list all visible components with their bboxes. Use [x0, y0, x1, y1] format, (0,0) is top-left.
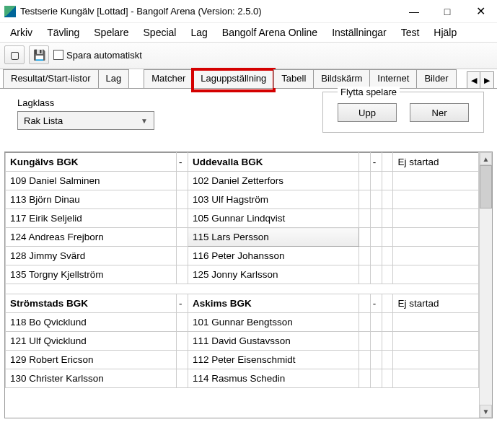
menu-lag[interactable]: Lag: [185, 25, 213, 40]
player-row[interactable]: 117 Eirik Seljelid105 Gunnar Lindqvist: [6, 209, 479, 228]
autosave-toggle[interactable]: Spara automatiskt: [53, 50, 142, 61]
away-player[interactable]: 114 Rasmus Schedin: [188, 369, 359, 388]
chevron-down-icon: ▼: [141, 117, 148, 125]
away-player[interactable]: 105 Gunnar Lindqvist: [188, 209, 359, 228]
tab-resultat[interactable]: Resultat/Start-listor: [3, 69, 99, 88]
tab-internet[interactable]: Internet: [369, 69, 417, 88]
home-player[interactable]: 109 Daniel Salminen: [6, 172, 177, 190]
away-team: Askims BGK: [188, 294, 359, 313]
menu-installningar[interactable]: Inställningar: [326, 25, 392, 40]
player-row[interactable]: 135 Torgny Kjellström125 Jonny Karlsson: [6, 265, 479, 284]
home-player[interactable]: 113 Björn Dinau: [6, 190, 177, 209]
tab-lag[interactable]: Lag: [98, 69, 130, 88]
menu-tavling[interactable]: Tävling: [41, 25, 85, 40]
away-player[interactable]: 115 Lars Persson: [188, 228, 359, 247]
move-up-button[interactable]: Upp: [338, 103, 397, 122]
home-player[interactable]: 118 Bo Qvicklund: [6, 313, 177, 332]
match-header-row[interactable]: Kungälvs BGK-Uddevalla BGK-Ej startad: [6, 153, 479, 172]
crop-icon: ▢: [10, 49, 19, 61]
toolbar-save-button[interactable]: 💾: [29, 45, 49, 64]
home-team: Strömstads BGK: [6, 294, 177, 313]
away-player[interactable]: 125 Jonny Karlsson: [188, 265, 359, 284]
titlebar: Testserie Kungälv [Lottad] - Bangolf Are…: [0, 0, 497, 23]
away-player[interactable]: 102 Daniel Zetterfors: [188, 172, 359, 190]
home-player[interactable]: 121 Ulf Qvicklund: [6, 332, 177, 351]
app-icon: [4, 6, 16, 17]
home-player[interactable]: 130 Christer Karlsson: [6, 369, 177, 388]
tabstrip: Resultat/Start-listor Lag Matcher Lagupp…: [0, 69, 497, 89]
scroll-up-icon[interactable]: ▲: [480, 152, 492, 165]
tab-scroll-right[interactable]: ▶: [480, 72, 493, 88]
move-down-button[interactable]: Ner: [410, 103, 469, 122]
match-header-row[interactable]: Strömstads BGK-Askims BGK-Ej startad: [6, 294, 479, 313]
player-row[interactable]: 109 Daniel Salminen102 Daniel Zetterfors: [6, 172, 479, 190]
tab-bilder[interactable]: Bilder: [416, 69, 456, 88]
lineup-grid-wrap: Kungälvs BGK-Uddevalla BGK-Ej startad109…: [4, 151, 493, 418]
dash: -: [177, 153, 188, 172]
tab-scroll: ◀ ▶: [467, 71, 494, 88]
player-row[interactable]: 118 Bo Qvicklund101 Gunnar Bengtsson: [6, 313, 479, 332]
lagklass-value: Rak Lista: [24, 115, 63, 126]
home-player[interactable]: 135 Torgny Kjellström: [6, 265, 177, 284]
move-fieldset-title: Flytta spelare: [338, 87, 400, 97]
save-icon: 💾: [33, 49, 45, 61]
menubar: Arkiv Tävling Spelare Special Lag Bangol…: [0, 23, 497, 42]
lineup-grid[interactable]: Kungälvs BGK-Uddevalla BGK-Ej startad109…: [5, 152, 479, 418]
home-player[interactable]: 124 Andreas Frejborn: [6, 228, 177, 247]
away-team: Uddevalla BGK: [188, 153, 359, 172]
menu-special[interactable]: Special: [138, 25, 182, 40]
tab-laguppstallning[interactable]: Laguppställning: [193, 69, 274, 88]
scrollbar[interactable]: ▲ ▼: [479, 152, 492, 418]
menu-bangolf-online[interactable]: Bangolf Arena Online: [216, 25, 323, 40]
player-row[interactable]: 130 Christer Karlsson114 Rasmus Schedin: [6, 369, 479, 388]
away-player[interactable]: 111 David Gustavsson: [188, 332, 359, 351]
window-title: Testserie Kungälv [Lottad] - Bangolf Are…: [20, 6, 397, 17]
close-button[interactable]: ✕: [464, 0, 497, 22]
menu-hjalp[interactable]: Hjälp: [428, 25, 462, 40]
match-status: Ej startad: [393, 153, 479, 172]
tab-matcher[interactable]: Matcher: [144, 69, 193, 88]
minimize-button[interactable]: —: [397, 0, 431, 22]
toolbar-crop-button[interactable]: ▢: [4, 45, 25, 64]
tab-tabell[interactable]: Tabell: [273, 69, 314, 88]
away-player[interactable]: 116 Peter Johansson: [188, 247, 359, 265]
lagklass-dropdown[interactable]: Rak Lista ▼: [17, 111, 154, 130]
away-player[interactable]: 112 Peter Eisenschmidt: [188, 351, 359, 369]
autosave-label: Spara automatiskt: [66, 50, 142, 61]
lagklass-label: Lagklass: [17, 97, 154, 108]
match-status: Ej startad: [393, 294, 479, 313]
player-row[interactable]: 113 Björn Dinau103 Ulf Hagström: [6, 190, 479, 209]
away-player[interactable]: 103 Ulf Hagström: [188, 190, 359, 209]
menu-test[interactable]: Test: [395, 25, 426, 40]
player-row[interactable]: 124 Andreas Frejborn115 Lars Persson: [6, 228, 479, 247]
lagklass-group: Lagklass Rak Lista ▼: [17, 97, 154, 133]
home-team: Kungälvs BGK: [6, 153, 177, 172]
player-row[interactable]: 129 Robert Ericson112 Peter Eisenschmidt: [6, 351, 479, 369]
home-player[interactable]: 128 Jimmy Svärd: [6, 247, 177, 265]
menu-arkiv[interactable]: Arkiv: [4, 25, 38, 40]
away-player[interactable]: 101 Gunnar Bengtsson: [188, 313, 359, 332]
home-player[interactable]: 117 Eirik Seljelid: [6, 209, 177, 228]
autosave-checkbox[interactable]: [53, 50, 63, 60]
player-row[interactable]: 128 Jimmy Svärd116 Peter Johansson: [6, 247, 479, 265]
tab-bildskarm[interactable]: Bildskärm: [313, 69, 370, 88]
move-fieldset: Flytta spelare Upp Ner: [322, 92, 484, 133]
scroll-down-icon[interactable]: ▼: [480, 405, 492, 418]
tab-scroll-left[interactable]: ◀: [467, 72, 480, 88]
player-row[interactable]: 121 Ulf Qvicklund111 David Gustavsson: [6, 332, 479, 351]
maximize-button[interactable]: □: [431, 0, 464, 22]
tool-panel: Lagklass Rak Lista ▼ Flytta spelare Upp …: [0, 89, 497, 139]
toolbar: ▢ 💾 Spara automatiskt: [0, 42, 497, 69]
home-player[interactable]: 129 Robert Ericson: [6, 351, 177, 369]
menu-spelare[interactable]: Spelare: [88, 25, 134, 40]
scroll-thumb[interactable]: [480, 165, 492, 208]
dash: -: [177, 294, 188, 313]
